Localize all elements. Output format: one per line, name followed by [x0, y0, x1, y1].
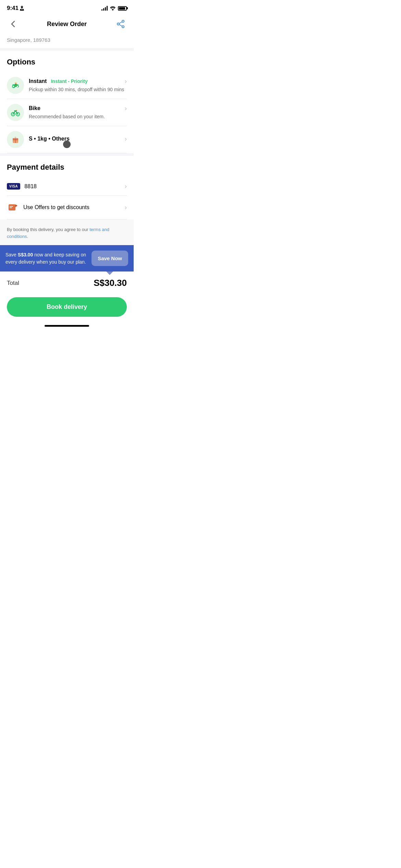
terms-section: By booking this delivery, you agree to o…: [0, 219, 134, 245]
home-indicator: [0, 322, 134, 331]
offers-chevron: ›: [125, 204, 127, 211]
payment-card[interactable]: VISA 8818 ›: [7, 177, 127, 196]
bike-chevron: ›: [125, 105, 127, 112]
terms-text: By booking this delivery, you agree to o…: [7, 226, 127, 240]
total-amount: S$30.30: [94, 278, 127, 288]
svg-rect-23: [9, 204, 15, 210]
visa-badge: VISA: [7, 183, 20, 190]
size-chevron: ›: [125, 135, 127, 143]
svg-point-10: [13, 86, 14, 87]
payment-offers[interactable]: Use Offers to get discounts ›: [7, 196, 127, 219]
svg-point-14: [9, 106, 22, 119]
tooltip-arrow: [106, 272, 113, 275]
page-title: Review Order: [47, 21, 87, 28]
svg-point-1: [117, 23, 119, 25]
package-icon-container: [7, 131, 24, 148]
option-size[interactable]: S • 1kg • Others ›: [7, 126, 127, 153]
instant-badge: Instant - Priority: [51, 79, 87, 84]
status-bar: 9:41: [0, 0, 134, 14]
instant-desc: Pickup within 30 mins, dropoff within 90…: [29, 86, 127, 93]
status-time: 9:41: [7, 5, 24, 12]
option-bike[interactable]: Bike › Recommended based on your item.: [7, 99, 127, 126]
bike-content: Bike › Recommended based on your item.: [29, 105, 127, 120]
book-button-container: Book delivery: [0, 294, 134, 322]
share-button[interactable]: [114, 18, 127, 30]
svg-marker-24: [15, 204, 17, 207]
payment-title: Payment details: [7, 163, 127, 172]
payment-section: Payment details VISA 8818 › Use Offers t…: [0, 156, 134, 219]
size-content: S • 1kg • Others ›: [29, 135, 127, 144]
time-display: 9:41: [7, 5, 19, 12]
savings-amount: S$3.00: [18, 252, 33, 257]
svg-line-4: [119, 25, 122, 26]
nav-header: Review Order: [0, 14, 134, 35]
instant-icon: [7, 77, 24, 94]
offers-label: Use Offers to get discounts: [23, 204, 125, 210]
package-icon: [9, 133, 22, 146]
svg-point-2: [122, 26, 124, 28]
svg-rect-26: [10, 207, 12, 208]
bike-icon: [9, 106, 22, 119]
book-delivery-button[interactable]: Book delivery: [7, 297, 127, 317]
share-icon: [116, 20, 125, 28]
section-divider-1: [0, 153, 134, 156]
wifi-icon: [110, 6, 116, 11]
address-bar: Singapore, 189763: [0, 35, 134, 51]
card-number: 8818: [24, 183, 125, 190]
instant-title: Instant: [29, 78, 47, 84]
instant-chevron: ›: [125, 78, 127, 85]
instant-content: Instant Instant - Priority › Pickup with…: [29, 78, 127, 93]
signal-icon: [101, 6, 108, 11]
status-icons: [101, 6, 127, 11]
svg-point-0: [122, 20, 124, 22]
home-bar: [45, 325, 89, 327]
location-icon: [20, 6, 24, 11]
option-instant[interactable]: Instant Instant - Priority › Pickup with…: [7, 72, 127, 99]
svg-line-3: [119, 22, 122, 24]
total-section: Total S$30.30: [0, 272, 134, 294]
offer-icon: [7, 201, 19, 214]
svg-point-11: [17, 86, 18, 87]
savings-text: Save S$3.00 now and keep saving on every…: [5, 251, 92, 266]
options-title: Options: [7, 58, 127, 67]
address-text: Singapore, 189763: [7, 37, 50, 43]
bike-title: Bike: [29, 105, 40, 111]
savings-banner: Save S$3.00 now and keep saving on every…: [0, 245, 134, 272]
card-chevron: ›: [125, 183, 127, 190]
bike-icon-container: [7, 104, 24, 121]
size-title: S • 1kg • Others: [29, 136, 70, 142]
back-button[interactable]: [7, 18, 19, 30]
bike-desc: Recommended based on your item.: [29, 113, 127, 120]
options-section: Options Instant Inst: [0, 51, 134, 153]
svg-rect-25: [10, 206, 13, 207]
save-now-button[interactable]: Save Now: [92, 251, 128, 266]
battery-icon: [118, 6, 127, 11]
total-label: Total: [7, 280, 19, 287]
